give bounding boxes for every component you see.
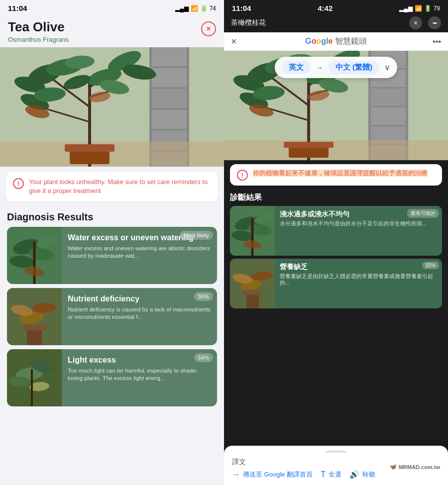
top-bar-more-icon: ••• <box>433 20 437 26</box>
right-card-desc-1: 水分過多和澆水不均勻是由於水分不足引起的非生物性疾病... <box>280 220 437 227</box>
action-listen-label: 聆聽 <box>362 470 375 479</box>
card-image-3 <box>7 349 62 406</box>
right-diagnosis-title: 診斷結果 <box>230 193 442 203</box>
google-lens-title-rest: 智慧鏡頭 <box>335 37 367 45</box>
mrmad-watermark: 🦋 MRMAD.com.tw <box>390 464 440 470</box>
top-bar-more-button[interactable]: ••• <box>428 16 441 29</box>
warning-box-left: ! Your plant looks unhealthy. Make sure … <box>6 172 218 201</box>
battery-level-right: 79 <box>434 5 440 12</box>
right-card-image-2 <box>230 259 275 308</box>
card-badge-2: 55% <box>194 292 213 301</box>
card-image-2 <box>7 288 62 345</box>
top-bar-close-icon: × <box>414 19 418 27</box>
card-content-1: Most likely Water excess or uneven water… <box>62 227 217 284</box>
plant-latin: Osmanthus Fragrans <box>8 36 69 43</box>
plant-header: Tea Olive Osmanthus Fragrans × <box>0 14 224 47</box>
right-card-svg-1 <box>230 206 275 256</box>
action-translate-label: 傳送至 Google 翻譯首頁 <box>243 470 313 479</box>
right-warning-highlighted: 你的植物看起來不健康，確保設置護理提醒以給予適當的治療 <box>253 170 428 177</box>
battery-left: 🔋 <box>200 5 208 12</box>
svg-rect-5 <box>152 110 187 129</box>
svg-rect-53 <box>371 107 406 125</box>
right-card-2[interactable]: 55% 營養缺乏 營養素缺乏是由於缺乏人體必需的常量營養素或微量營養素引起的..… <box>230 259 442 308</box>
plant-name: Tea Olive <box>8 19 69 35</box>
card-content-3: 54% Light excess Too much light can be h… <box>62 349 217 406</box>
right-card-desc-2: 營養素缺乏是由於缺乏人體必需的常量營養素或微量營養素引起的... <box>280 273 437 287</box>
mrmad-butterfly-icon: 🦋 <box>390 464 397 470</box>
action-select-all[interactable]: T 全選 <box>321 470 341 479</box>
svg-rect-56 <box>224 140 448 160</box>
plant-svg <box>0 47 224 167</box>
plant-image-left <box>0 47 224 167</box>
right-card-badge-2: 55% <box>422 262 439 269</box>
right-card-content-1: 最有可能的 澆水過多或澆水不均勻 水分過多和澆水不均勻是由於水分不足引起的非生物… <box>275 206 442 256</box>
right-warning-icon: ! <box>237 170 248 181</box>
action-listen[interactable]: 🔊 聆聽 <box>349 470 375 479</box>
right-diagnosis-section: 診斷結果 最有可能的 澆水過多或澆水不均勻 水分過多和澆水不均勻是由於水分不足引… <box>224 190 448 313</box>
right-card-title-2: 營養缺乏 <box>280 263 437 271</box>
google-lens-title: Google 智慧鏡頭 <box>305 36 367 47</box>
card-content-2: 55% Nutrient deficiency Nutrient deficie… <box>62 288 217 345</box>
right-card-badge-1: 最有可能的 <box>407 209 439 218</box>
signal-icon-right: ▂▄▆ <box>399 5 413 12</box>
diagnosis-card-1[interactable]: Most likely Water excess or uneven water… <box>7 227 217 284</box>
google-o2: o <box>316 37 321 45</box>
plant-image-bg <box>0 47 224 167</box>
translate-to[interactable]: 中文 (繁體) <box>329 61 379 74</box>
mrmad-logo: MRMAD.com.tw <box>399 464 440 470</box>
top-bar-close-button[interactable]: × <box>409 16 422 29</box>
right-card-1[interactable]: 最有可能的 澆水過多或澆水不均勻 水分過多和澆水不均勻是由於水分不足引起的非生物… <box>230 206 442 256</box>
right-top-title: 茶橄欖桂花 <box>231 18 266 27</box>
card-badge-1: Most likely <box>180 231 213 240</box>
action-translate[interactable]: → 傳送至 Google 翻譯首頁 <box>232 470 313 479</box>
diagnosis-card-2[interactable]: 55% Nutrient deficiency Nutrient deficie… <box>7 288 217 345</box>
google-lens-close[interactable]: × <box>231 36 237 47</box>
svg-rect-41 <box>22 325 47 330</box>
google-e: e <box>328 37 333 45</box>
translate-arrow: → <box>316 63 324 72</box>
plant-info: Tea Olive Osmanthus Fragrans <box>8 19 69 43</box>
translate-action-icon: → <box>232 470 240 479</box>
svg-rect-28 <box>65 144 114 152</box>
google-lens-header: × Google 智慧鏡頭 ••• <box>224 32 448 51</box>
bottom-sheet-handle <box>326 451 346 453</box>
left-panel: 11:04 ▂▄▆ 📶 🔋 74 Tea Olive Osmanthus Fra… <box>0 0 224 485</box>
card-svg-2 <box>7 288 62 345</box>
google-lens-more[interactable]: ••• <box>433 37 441 46</box>
bottom-sheet-actions: → 傳送至 Google 翻譯首頁 T 全選 🔊 聆聽 <box>232 470 440 479</box>
translate-from[interactable]: 英文 <box>282 61 311 74</box>
diagnosis-card-3[interactable]: 54% Light excess Too much light can be h… <box>7 349 217 406</box>
status-time2-right: 4:42 <box>318 4 333 12</box>
wifi-icon-left: 📶 <box>191 5 198 12</box>
card-title-3: Light excess <box>68 355 211 365</box>
signal-icon-left: ▂▄▆ <box>175 5 189 12</box>
close-button-left[interactable]: × <box>201 21 216 36</box>
google-o1: o <box>312 37 317 45</box>
translate-bar[interactable]: 英文 → 中文 (繁體) ∨ <box>275 57 397 78</box>
right-status-time2-group: 4:42 <box>318 4 333 12</box>
translate-chevron-icon[interactable]: ∨ <box>384 63 390 72</box>
google-g2: g <box>321 37 326 45</box>
right-card-image-1 <box>230 206 275 256</box>
svg-rect-52 <box>371 89 406 106</box>
card-image-1 <box>7 227 62 284</box>
svg-rect-88 <box>242 291 262 295</box>
right-panel: 11:04 4:42 ▂▄▆ 📶 🔋 79 茶橄欖桂花 × ••• × Goog… <box>224 0 448 485</box>
battery-right: 🔋 <box>424 5 432 12</box>
diagnosis-title-left: Diagnosis Results <box>7 211 217 223</box>
status-icons-right: ▂▄▆ 📶 🔋 79 <box>399 5 440 12</box>
bottom-sheet: 譯文 → 傳送至 Google 翻譯首頁 T 全選 🔊 聆聽 🦋 MRMAD.c… <box>224 446 448 485</box>
battery-level-left: 74 <box>210 5 216 12</box>
listen-icon: 🔊 <box>349 470 359 479</box>
status-icons-left: ▂▄▆ 📶 🔋 74 <box>175 5 216 12</box>
warning-text-left: Your plant looks unhealthy. Make sure to… <box>29 178 211 195</box>
svg-rect-4 <box>152 89 187 108</box>
select-all-icon: T <box>321 470 326 479</box>
svg-rect-3 <box>152 68 187 87</box>
card-svg-1 <box>7 227 62 284</box>
card-badge-3: 54% <box>194 353 213 362</box>
right-top-icons: × ••• <box>409 16 441 29</box>
status-time-right: 11:04 <box>232 4 251 12</box>
card-desc-1: Water excess and uneven watering are abi… <box>68 245 211 260</box>
card-title-2: Nutrient deficiency <box>68 294 211 303</box>
